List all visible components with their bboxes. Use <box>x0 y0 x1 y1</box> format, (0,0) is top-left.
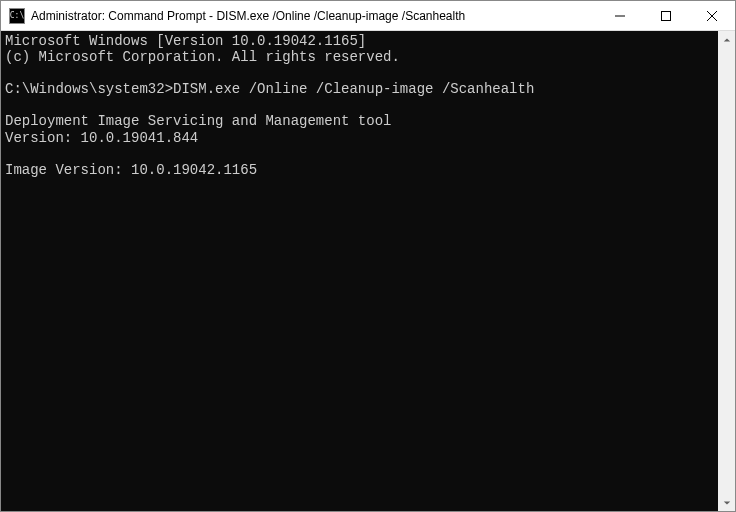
output-line: Microsoft Windows [Version 10.0.19042.11… <box>5 33 366 49</box>
maximize-button[interactable] <box>643 1 689 30</box>
window-controls <box>597 1 735 30</box>
close-button[interactable] <box>689 1 735 30</box>
minimize-button[interactable] <box>597 1 643 30</box>
prompt: C:\Windows\system32> <box>5 81 173 97</box>
vertical-scrollbar[interactable] <box>718 31 735 511</box>
minimize-icon <box>615 11 625 21</box>
output-line: Deployment Image Servicing and Managemen… <box>5 113 391 129</box>
output-line: (c) Microsoft Corporation. All rights re… <box>5 49 400 65</box>
maximize-icon <box>661 11 671 21</box>
scroll-down-button[interactable] <box>718 494 735 511</box>
close-icon <box>707 11 717 21</box>
chevron-up-icon <box>723 36 731 44</box>
terminal-output[interactable]: Microsoft Windows [Version 10.0.19042.11… <box>1 31 718 511</box>
window-title: Administrator: Command Prompt - DISM.exe… <box>31 9 597 23</box>
command-input: DISM.exe /Online /Cleanup-image /Scanhea… <box>173 81 534 97</box>
app-icon: C:\ <box>9 8 25 24</box>
terminal-area: Microsoft Windows [Version 10.0.19042.11… <box>1 31 735 511</box>
titlebar: C:\ Administrator: Command Prompt - DISM… <box>1 1 735 31</box>
svg-rect-1 <box>662 11 671 20</box>
output-line: Image Version: 10.0.19042.1165 <box>5 162 257 178</box>
chevron-down-icon <box>723 499 731 507</box>
output-line: Version: 10.0.19041.844 <box>5 130 198 146</box>
scroll-up-button[interactable] <box>718 31 735 48</box>
